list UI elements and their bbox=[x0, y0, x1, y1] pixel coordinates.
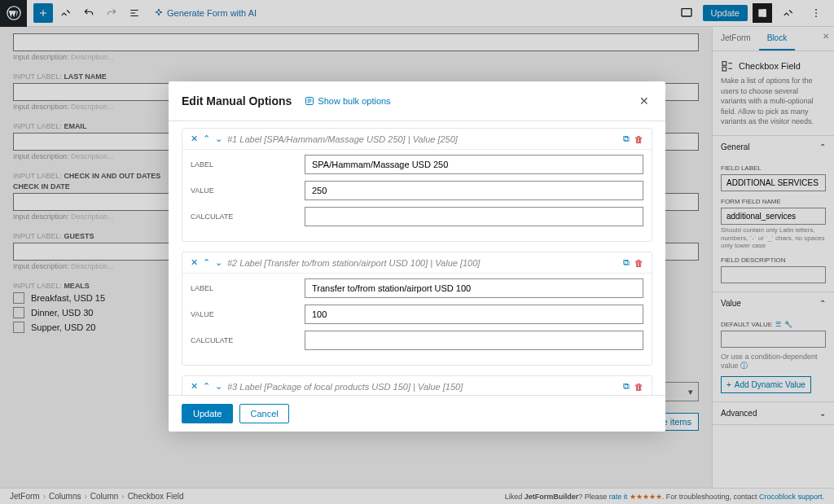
delete-icon[interactable]: 🗑 bbox=[634, 134, 643, 144]
option-value-input[interactable] bbox=[305, 181, 643, 200]
copy-icon[interactable]: ⧉ bbox=[623, 257, 630, 268]
remove-icon[interactable]: ✕ bbox=[191, 381, 198, 392]
move-down-icon[interactable]: ⌄ bbox=[215, 134, 222, 144]
option-summary: #2 Label [Transfer to/from station/airpo… bbox=[227, 258, 480, 268]
option-card: ✕⌃⌄#1 Label [SPA/Hammam/Massage USD 250]… bbox=[182, 128, 652, 242]
option-calculate-input[interactable] bbox=[305, 331, 643, 350]
copy-icon[interactable]: ⧉ bbox=[623, 381, 630, 392]
close-icon[interactable]: ✕ bbox=[636, 93, 652, 109]
delete-icon[interactable]: 🗑 bbox=[634, 258, 643, 268]
option-calculate-input[interactable] bbox=[305, 207, 643, 226]
option-label-input[interactable] bbox=[305, 155, 643, 174]
option-summary: #1 Label [SPA/Hammam/Massage USD 250] | … bbox=[227, 134, 458, 144]
show-bulk-options-link[interactable]: Show bulk options bbox=[305, 96, 390, 106]
modal-cancel-button[interactable]: Cancel bbox=[239, 404, 288, 423]
move-down-icon[interactable]: ⌄ bbox=[215, 381, 222, 392]
move-up-icon[interactable]: ⌃ bbox=[203, 134, 210, 144]
option-label-input[interactable] bbox=[305, 278, 643, 298]
modal-update-button[interactable]: Update bbox=[182, 404, 233, 423]
edit-manual-options-modal: Edit Manual Options Show bulk options ✕ … bbox=[169, 81, 665, 432]
remove-icon[interactable]: ✕ bbox=[191, 257, 198, 268]
move-up-icon[interactable]: ⌃ bbox=[203, 381, 210, 392]
move-down-icon[interactable]: ⌄ bbox=[215, 257, 222, 268]
option-card: ✕⌃⌄#3 Label [Package of local products U… bbox=[182, 375, 652, 395]
remove-icon[interactable]: ✕ bbox=[191, 134, 198, 144]
modal-title: Edit Manual Options bbox=[182, 94, 292, 107]
copy-icon[interactable]: ⧉ bbox=[623, 134, 630, 144]
move-up-icon[interactable]: ⌃ bbox=[203, 257, 210, 268]
option-value-input[interactable] bbox=[305, 305, 643, 324]
option-summary: #3 Label [Package of local products USD … bbox=[227, 382, 463, 392]
delete-icon[interactable]: 🗑 bbox=[634, 382, 643, 392]
option-card: ✕⌃⌄#2 Label [Transfer to/from station/ai… bbox=[182, 252, 652, 366]
